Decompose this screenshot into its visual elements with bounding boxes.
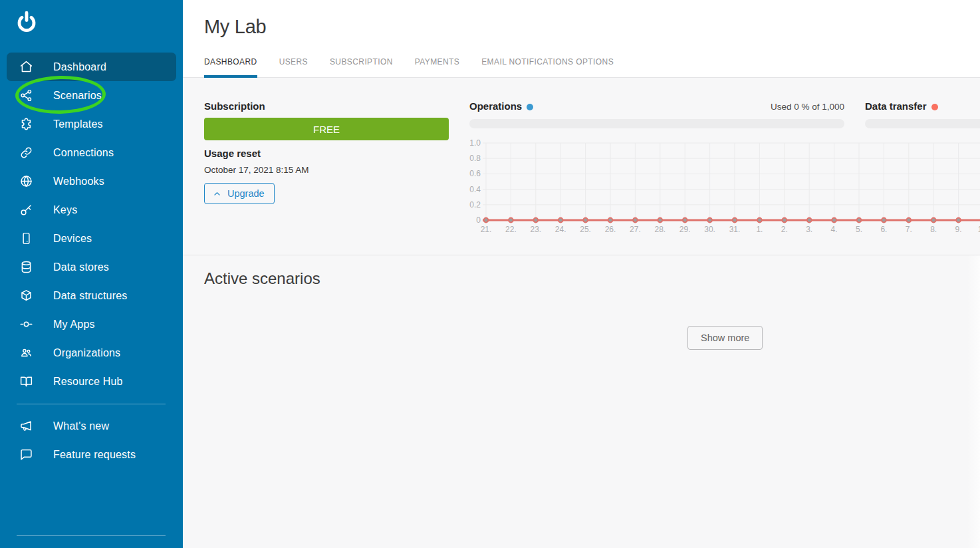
sidebar-item-label: Data stores (53, 261, 109, 273)
svg-text:30.: 30. (704, 225, 715, 234)
sidebar-item-label: Data structures (53, 290, 127, 302)
sidebar-item-feature-requests[interactable]: Feature requests (7, 440, 176, 469)
sidebar-item-my-apps[interactable]: My Apps (7, 310, 176, 339)
svg-text:22.: 22. (505, 225, 517, 234)
chevron-up-icon (212, 189, 222, 199)
svg-text:29.: 29. (679, 225, 691, 234)
plan-label: FREE (313, 124, 340, 135)
svg-text:0.4: 0.4 (469, 185, 481, 194)
data-transfer-status-dot (931, 104, 938, 110)
sidebar-item-dashboard[interactable]: Dashboard (7, 53, 176, 81)
svg-text:23.: 23. (530, 225, 541, 234)
sidebar-item-label: Devices (53, 233, 92, 245)
sidebar-item-label: Feature requests (53, 449, 136, 461)
sidebar-item-label: Resource Hub (53, 376, 123, 388)
people-icon (19, 346, 33, 360)
app-window: Dashboard Scenarios Templates Connection… (0, 0, 980, 548)
svg-text:1.0: 1.0 (469, 138, 481, 148)
database-icon (19, 260, 33, 274)
svg-text:0.2: 0.2 (469, 200, 481, 209)
sidebar-item-label: What's new (53, 420, 109, 432)
operations-usage-text: Used 0 % of 1,000 (771, 102, 844, 112)
sidebar: Dashboard Scenarios Templates Connection… (0, 0, 183, 548)
key-icon (19, 203, 33, 217)
svg-text:28.: 28. (654, 225, 666, 234)
data-transfer-heading: Data transfer (865, 100, 938, 112)
subscription-plan-badge: FREE (204, 118, 449, 140)
main-header: My Lab DASHBOARD USERS SUBSCRIPTION PAYM… (183, 0, 980, 78)
node-icon (19, 317, 33, 331)
svg-text:7.: 7. (906, 225, 912, 234)
sidebar-item-label: My Apps (53, 319, 95, 331)
sidebar-divider (17, 535, 166, 536)
sidebar-item-label: Organizations (53, 347, 120, 359)
tab-dashboard[interactable]: DASHBOARD (204, 51, 257, 78)
sidebar-item-webhooks[interactable]: Webhooks (7, 167, 176, 196)
sidebar-divider (17, 404, 166, 404)
sidebar-item-devices[interactable]: Devices (7, 224, 176, 253)
sidebar-item-label: Connections (53, 147, 114, 159)
svg-text:27.: 27. (630, 225, 641, 234)
home-icon (19, 60, 33, 74)
upgrade-button-label: Upgrade (227, 188, 265, 199)
svg-text:4.: 4. (831, 225, 838, 234)
tab-payments[interactable]: PAYMENTS (415, 51, 459, 78)
operations-status-dot (527, 104, 533, 110)
book-icon (19, 374, 33, 388)
share-icon (19, 88, 33, 102)
tab-users[interactable]: USERS (279, 51, 308, 78)
operations-heading: Operations (469, 100, 533, 112)
tab-subscription[interactable]: SUBSCRIPTION (330, 51, 393, 78)
data-transfer-section: Data transfer (865, 100, 980, 128)
svg-text:0: 0 (476, 215, 481, 225)
section-divider (183, 255, 980, 255)
svg-text:26.: 26. (605, 225, 616, 234)
tab-bar: DASHBOARD USERS SUBSCRIPTION PAYMENTS EM… (204, 51, 636, 78)
upgrade-button[interactable]: Upgrade (204, 183, 275, 204)
svg-text:31.: 31. (729, 225, 741, 234)
sidebar-item-organizations[interactable]: Organizations (7, 339, 176, 367)
puzzle-icon (19, 117, 33, 131)
sidebar-item-templates[interactable]: Templates (7, 110, 176, 138)
sidebar-item-resource-hub[interactable]: Resource Hub (7, 367, 176, 396)
sidebar-item-data-stores[interactable]: Data stores (7, 253, 176, 281)
data-transfer-progress-bar (865, 119, 980, 128)
link-icon (19, 146, 33, 160)
svg-text:10.: 10. (978, 225, 980, 234)
sidebar-item-label: Templates (53, 118, 103, 130)
usage-reset-value: October 17, 2021 8:15 AM (204, 165, 309, 175)
dashboard-content: Subscription FREE Usage reset October 17… (183, 78, 980, 548)
operations-section: Operations Used 0 % of 1,000 (469, 100, 844, 128)
subscription-heading: Subscription (204, 100, 265, 112)
sidebar-item-connections[interactable]: Connections (7, 138, 176, 167)
sidebar-footer-nav: What's new Feature requests (0, 412, 183, 469)
tab-email-notifications-options[interactable]: EMAIL NOTIFICATIONS OPTIONS (481, 51, 614, 78)
svg-text:21.: 21. (481, 225, 492, 234)
sidebar-item-label: Keys (53, 204, 77, 216)
sidebar-item-whats-new[interactable]: What's new (7, 412, 176, 440)
sidebar-item-scenarios[interactable]: Scenarios (7, 81, 176, 110)
svg-text:2.: 2. (781, 225, 788, 234)
operations-progress-bar (469, 119, 844, 128)
svg-text:8.: 8. (930, 225, 937, 234)
show-more-button[interactable]: Show more (687, 326, 763, 350)
svg-text:24.: 24. (555, 225, 566, 234)
sidebar-item-label: Webhooks (53, 176, 104, 188)
sidebar-item-label: Scenarios (53, 90, 102, 102)
svg-text:3.: 3. (806, 225, 812, 234)
page-title: My Lab (204, 16, 266, 38)
svg-text:25.: 25. (580, 225, 591, 234)
svg-text:6.: 6. (880, 225, 887, 234)
megaphone-icon (19, 419, 33, 433)
active-scenarios-heading: Active scenarios (204, 269, 320, 288)
usage-reset-heading: Usage reset (204, 148, 261, 159)
svg-text:0.8: 0.8 (469, 154, 481, 163)
svg-text:1.: 1. (756, 225, 763, 234)
sidebar-item-label: Dashboard (53, 61, 106, 73)
sidebar-item-data-structures[interactable]: Data structures (7, 281, 176, 310)
smartphone-icon (19, 231, 33, 245)
chat-bubble-icon (19, 448, 33, 462)
sidebar-item-keys[interactable]: Keys (7, 196, 176, 224)
sidebar-nav: Dashboard Scenarios Templates Connection… (0, 53, 183, 396)
integromat-logo-icon[interactable] (13, 9, 40, 39)
